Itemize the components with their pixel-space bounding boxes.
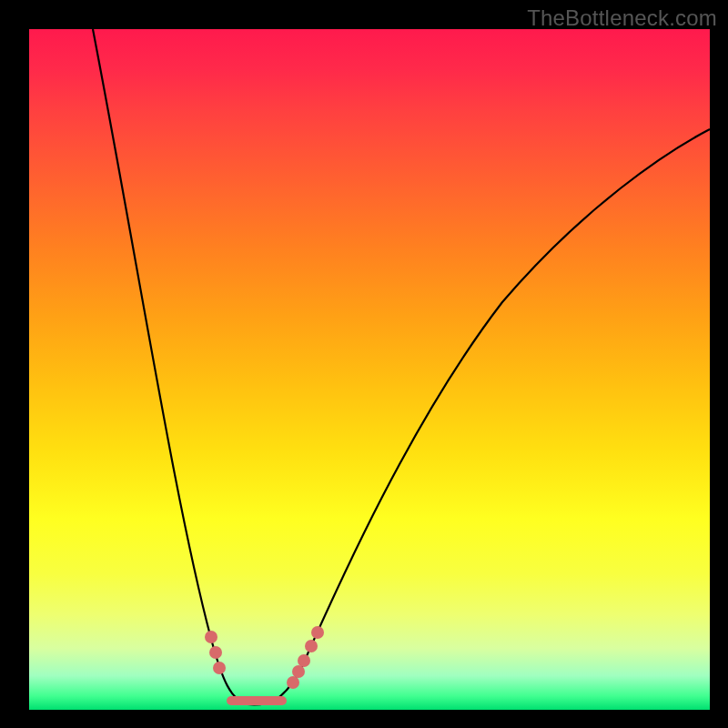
marker-dot bbox=[287, 676, 299, 689]
marker-dot bbox=[311, 626, 324, 639]
marker-dot bbox=[298, 654, 310, 667]
marker-dot bbox=[205, 631, 217, 643]
marker-dot bbox=[209, 646, 222, 659]
marker-dot bbox=[213, 662, 226, 674]
chart-plot-area bbox=[29, 29, 710, 710]
marker-dot bbox=[292, 665, 305, 678]
watermark-text: TheBottleneck.com bbox=[527, 5, 717, 31]
chart-svg bbox=[29, 29, 710, 710]
marker-dot bbox=[305, 640, 318, 652]
bottleneck-curve bbox=[93, 29, 710, 704]
